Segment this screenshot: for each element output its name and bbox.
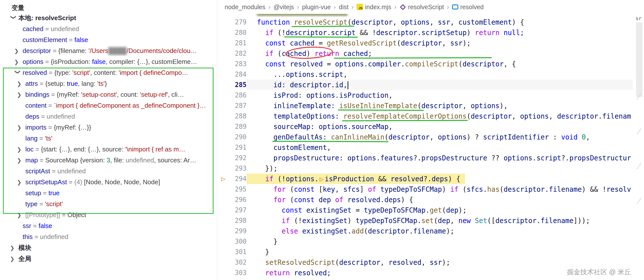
line-number[interactable]: 292 [217,153,246,163]
chevron-right-icon[interactable]: ❯ [17,89,25,100]
line-number[interactable]: 296 [217,194,246,205]
code-line[interactable]: 287 inlineTemplate: isUseInlineTemplate(… [217,100,644,111]
chevron-right-icon[interactable]: ❯ [17,144,25,155]
code-line[interactable]: 302 setResolvedScript(descriptor, resolv… [217,257,644,267]
code-line[interactable]: 301 } [217,247,644,257]
debug-current-line-icon[interactable]: ▷ [221,174,226,184]
chevron-right-icon[interactable]: ❯ [10,254,18,264]
chevron-right-icon[interactable]: ❯ [17,122,25,133]
line-number[interactable]: 298 [217,215,246,226]
scrollbar-strip[interactable]: sr [633,14,644,280]
variable-row[interactable]: type = 'script' [0,198,217,209]
code-text[interactable]: const cached = getResolvedScript(descrip… [246,38,632,48]
code-text[interactable]: } [246,236,632,247]
code-line[interactable]: 292 propsDestructure: options.features?.… [217,153,644,163]
code-line[interactable]: 286 isProd: options.isProduction, [217,90,644,100]
line-number[interactable]: 291 [217,142,246,153]
code-text[interactable]: isProd: options.isProduction, [246,90,632,100]
variable-row[interactable]: ssr = false [0,220,217,231]
code-line[interactable]: 282 if (cached) return cached; [217,48,644,59]
line-number[interactable]: 288 [217,111,246,121]
line-number[interactable]: 286 [217,90,246,100]
variable-row[interactable]: ❯loc = {start: {…}, end: {…}, source: '\… [0,144,217,155]
line-number[interactable]: 297 [217,205,246,215]
line-number[interactable]: 282 [217,48,246,59]
code-text[interactable]: const resolved = options.compiler.compil… [246,59,632,69]
code-line[interactable]: 289 sourceMap: options.sourceMap, [217,121,644,132]
code-text[interactable]: if (!options.▷isProduction && resolved?.… [246,174,632,184]
chevron-right-icon[interactable]: ❯ [10,243,18,253]
line-number[interactable]: 279 [217,17,246,27]
code-line[interactable]: 279function resolveScript(descriptor, op… [217,17,644,27]
line-number[interactable]: 290 [217,132,246,142]
line-number[interactable]: 289 [217,121,246,132]
line-number[interactable]: 299 [217,226,246,236]
code-text[interactable]: customElement, [246,142,632,153]
breadcrumb-item-resolvescript[interactable]: resolveScript [400,4,444,11]
code-line[interactable]: 293 }); [217,163,644,174]
code-line[interactable]: 290 genDefaultAs: canInlineMain(descript… [217,132,644,142]
code-line[interactable]: 285 id: descriptor.id, [217,80,644,90]
code-text[interactable]: propsDestructure: options.features?.prop… [246,153,632,163]
line-number[interactable]: 301 [217,247,246,257]
code-line[interactable]: 280 if (!descriptor.script && !descripto… [217,27,644,38]
variable-row[interactable]: deps = undefined [0,111,217,122]
code-text[interactable]: ...options.script, [246,69,632,80]
chevron-right-icon[interactable]: ❯ [17,79,25,89]
variable-row[interactable]: ❯[[Prototype]] = Object [0,209,217,220]
code-line[interactable]: 295 for (const [key, sfcs] of typeDepToS… [217,184,644,194]
code-text[interactable]: else existingSet.add(descriptor.filename… [246,226,632,236]
line-number[interactable]: 302 [217,257,246,267]
code-line[interactable]: 296 for (const dep of resolved.deps) { [217,194,644,205]
breadcrumb-item-dist[interactable]: dist [339,4,348,11]
code-text[interactable]: templateOptions: resolveTemplateCompiler… [246,111,632,121]
code-text[interactable]: for (const dep of resolved.deps) { [246,194,632,205]
line-number[interactable] [217,14,246,17]
code-text[interactable]: genDefaultAs: canInlineMain(descriptor, … [246,132,632,142]
code-text[interactable]: for (const [key, sfcs] of typeDepToSFCMa… [246,184,632,194]
chevron-down-icon[interactable]: ❯ [8,15,19,23]
variable-row[interactable]: ❯map = SourceMap {version: 3, file: unde… [0,155,217,166]
code-line[interactable]: ▷294 if (!options.▷isProduction && resol… [217,174,644,184]
scrollbar-slider[interactable] [636,22,642,97]
code-line[interactable]: 298 if (!existingSet) typeDepToSFCMap.se… [217,215,644,226]
variable-row[interactable]: ❯descriptor = {filename: '/Users████/Doc… [0,45,217,56]
variable-row[interactable]: customElement = false [0,34,217,45]
code-line[interactable]: 297 const existingSet = typeDepToSFCMap.… [217,205,644,215]
code-text[interactable]: if (cached) return cached; [246,48,632,59]
scope-row[interactable]: ❯本地: resolveScript [0,13,217,23]
code-line[interactable]: 291 customElement, [217,142,644,153]
breadcrumb-item--vitejs[interactable]: @vitejs [274,4,294,11]
code-text[interactable]: ▆▆▆▆▆▆▆▆▆▆▆▆▆▆▆▆▆▆▆▆▆▆ [246,14,632,17]
line-number[interactable]: 285 [217,80,246,90]
code-text[interactable]: inlineTemplate: isUseInlineTemplate(desc… [246,100,632,111]
code-line[interactable]: 300 } [217,236,644,247]
code-text[interactable]: } [246,278,632,280]
variable-row[interactable]: scriptAst = undefined [0,166,217,177]
variable-row[interactable]: ❯scriptSetupAst = (4) [Node, Node, Node,… [0,177,217,188]
variable-row[interactable]: ❯resolved = {type: 'script', content: 'i… [0,67,217,78]
line-number[interactable]: 304 [217,278,246,280]
code-text[interactable]: const existingSet = typeDepToSFCMap.get(… [246,205,632,215]
code-text[interactable]: setResolvedScript(descriptor, resolved, … [246,257,632,267]
line-number[interactable]: 300 [217,236,246,247]
line-number[interactable]: 283 [217,59,246,69]
code-line[interactable]: 304} [217,278,644,280]
breadcrumb-item-node-modules[interactable]: node_modules [225,4,266,11]
code-text[interactable]: function resolveScript(descriptor, optio… [246,17,632,27]
variable-row[interactable]: content = `import { defineComponent as _… [0,100,217,111]
scope-row[interactable]: ❯模块 [0,242,217,253]
chevron-right-icon[interactable]: ❯ [17,210,25,220]
variable-row[interactable]: this = undefined [0,231,217,242]
code-text[interactable]: if (!descriptor.script && !descriptor.sc… [246,27,632,38]
line-number[interactable]: 287 [217,100,246,111]
breadcrumb-item-resolved[interactable]: resolved [452,4,484,11]
line-number[interactable]: 284 [217,69,246,80]
code-line[interactable]: 299 else existingSet.add(descriptor.file… [217,226,644,236]
line-number[interactable]: 303 [217,267,246,278]
chevron-right-icon[interactable]: ❯ [14,57,22,67]
chevron-right-icon[interactable]: ❯ [17,177,25,188]
breadcrumb-item-index-mjs[interactable]: JSindex.mjs [356,4,391,11]
variable-row[interactable]: setup = true [0,188,217,198]
code-text[interactable]: }); [246,163,632,174]
